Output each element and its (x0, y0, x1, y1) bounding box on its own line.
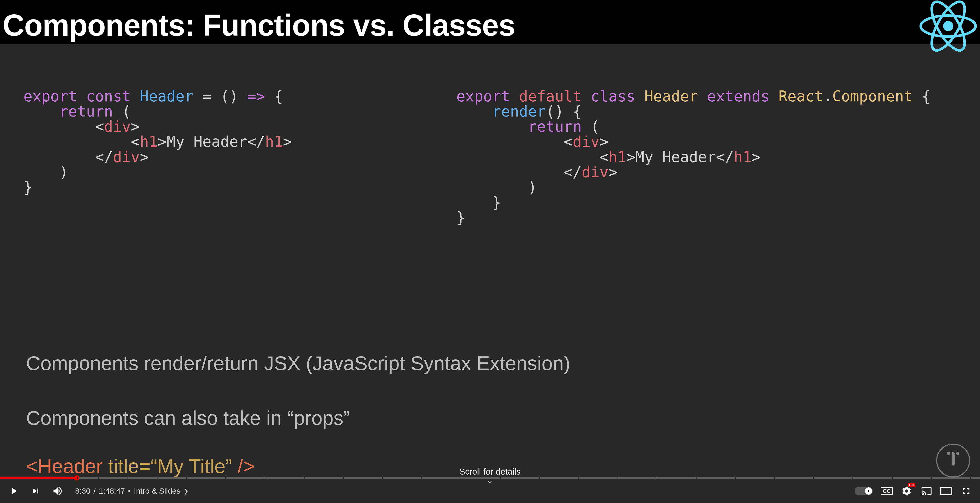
svg-rect-7 (951, 453, 955, 465)
react-logo-icon (920, 0, 977, 53)
svg-point-8 (922, 493, 923, 495)
time-separator: / (93, 487, 95, 495)
settings-button[interactable]: HD (901, 485, 913, 497)
slide-jsx-example: <Header title=“My Title” /> (26, 455, 255, 478)
slide-bullet-1: Components render/return JSX (JavaScript… (26, 352, 570, 374)
progress-bar[interactable] (0, 477, 980, 479)
hd-badge: HD (908, 483, 915, 487)
chapter-name[interactable]: Intro & Slides (134, 487, 180, 495)
progress-played (0, 477, 77, 479)
chevron-right-icon[interactable]: ❯ (184, 488, 188, 495)
next-button[interactable] (30, 485, 42, 497)
class-component-code: export default class Header extends Reac… (457, 89, 952, 225)
scroll-hint-text: Scroll for details (460, 467, 521, 476)
svg-point-0 (943, 21, 953, 31)
svg-rect-9 (941, 488, 952, 495)
autoplay-toggle[interactable] (854, 487, 873, 495)
watermark-letter (944, 449, 962, 472)
captions-button[interactable]: CC (881, 487, 893, 495)
volume-button[interactable] (52, 485, 64, 497)
svg-point-6 (956, 452, 959, 455)
channel-watermark[interactable] (936, 444, 970, 478)
cast-button[interactable] (921, 485, 932, 497)
play-button[interactable] (8, 485, 20, 497)
theater-mode-button[interactable] (940, 485, 952, 497)
autoplay-knob (865, 487, 872, 495)
svg-point-4 (947, 452, 950, 455)
player-controls: 8:30 / 1:48:47 • Intro & Slides ❯ CC HD (0, 479, 980, 503)
current-time: 8:30 (75, 487, 90, 495)
fullscreen-button[interactable] (960, 485, 972, 497)
time-display: 8:30 / 1:48:47 • Intro & Slides ❯ (75, 487, 188, 495)
slide-title: Components: Functions vs. Classes (3, 8, 515, 43)
chapter-separator: • (128, 487, 131, 495)
function-component-code: export const Header = () => { return ( <… (24, 89, 409, 195)
slide-bullet-2: Components can also take in “props” (26, 406, 350, 429)
video-content[interactable]: Components: Functions vs. Classes export… (0, 0, 980, 503)
duration: 1:48:47 (99, 487, 125, 495)
